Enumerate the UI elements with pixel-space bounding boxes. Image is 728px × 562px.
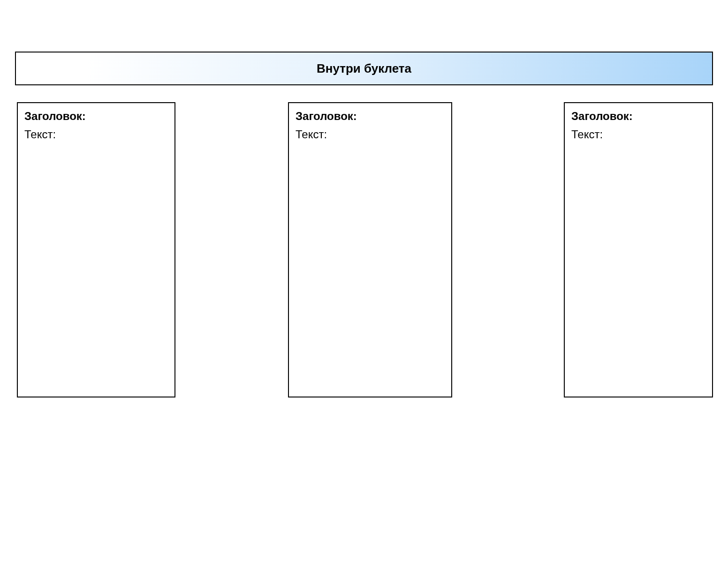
panel-3: Заголовок: Текст: <box>564 102 713 397</box>
banner: Внутри буклета <box>15 52 713 85</box>
panel-1: Заголовок: Текст: <box>17 102 175 397</box>
panel-heading-label: Заголовок: <box>571 109 705 123</box>
booklet-template-page: Внутри буклета Заголовок: Текст: Заголов… <box>0 0 728 397</box>
panel-2: Заголовок: Текст: <box>288 102 452 397</box>
panel-text-label: Текст: <box>24 127 168 142</box>
panel-text-label: Текст: <box>571 127 705 142</box>
panel-text-label: Текст: <box>296 127 445 142</box>
panels-row: Заголовок: Текст: Заголовок: Текст: Заго… <box>15 102 713 397</box>
panel-heading-label: Заголовок: <box>296 109 445 123</box>
banner-title: Внутри буклета <box>317 61 411 76</box>
panel-heading-label: Заголовок: <box>24 109 168 123</box>
